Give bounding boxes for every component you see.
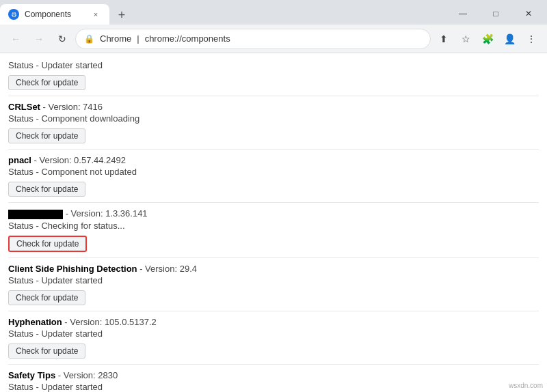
security-icon: 🔒: [84, 34, 94, 44]
watermark: wsxdn.com: [509, 382, 543, 389]
nav-actions: ⬆ ☆ 🧩 👤 ⋮: [433, 29, 542, 49]
share-button[interactable]: ⬆: [433, 29, 454, 49]
component-name: Client Side Phishing Detection: [8, 264, 137, 274]
tab-title: Components: [25, 10, 71, 19]
check-update-button[interactable]: Check for update: [8, 236, 87, 252]
url-separator: |: [137, 33, 139, 44]
component-status: Status - Updater started: [8, 382, 539, 392]
menu-button[interactable]: ⋮: [521, 29, 542, 49]
tab-strip: Components × +: [0, 0, 131, 25]
component-item: CRLSet - Version: 7416 Status - Componen…: [8, 96, 539, 150]
component-header: Client Side Phishing Detection - Version…: [8, 264, 539, 274]
minimize-button[interactable]: —: [447, 4, 479, 23]
back-button[interactable]: ←: [5, 29, 26, 49]
address-bar[interactable]: 🔒 Chrome | chrome://components: [75, 29, 431, 49]
redacted-name: [8, 210, 63, 219]
component-version: - Version: 7416: [43, 102, 103, 112]
window-controls: — □ ✕: [447, 0, 547, 23]
component-status: Status - Component downloading: [8, 113, 539, 124]
component-item: pnacl - Version: 0.57.44.2492 Status - C…: [8, 150, 539, 203]
component-name: pnacl: [8, 155, 31, 165]
check-update-button[interactable]: Check for update: [8, 75, 85, 90]
component-item: Safety Tips - Version: 2830 Status - Upd…: [8, 365, 539, 392]
component-version: - Version: 2830: [58, 370, 118, 380]
check-update-button[interactable]: Check for update: [8, 182, 85, 197]
component-name: Safety Tips: [8, 370, 55, 380]
page-content: Status - Updater started Check for updat…: [0, 53, 547, 392]
new-tab-button[interactable]: +: [112, 5, 131, 25]
check-update-button[interactable]: Check for update: [8, 290, 85, 305]
component-header: pnacl - Version: 0.57.44.2492: [8, 155, 539, 165]
tab-close-button[interactable]: ×: [90, 9, 101, 20]
url-text: chrome://components: [145, 33, 230, 44]
profile-button[interactable]: 👤: [499, 29, 520, 49]
component-version: - Version: 29.4: [139, 264, 197, 274]
url-scheme: Chrome: [100, 33, 131, 44]
component-status: Status - Updater started: [8, 328, 539, 339]
component-status: Status - Updater started: [8, 60, 539, 70]
check-update-button[interactable]: Check for update: [8, 344, 85, 359]
title-bar: Components × + — □ ✕: [0, 0, 547, 25]
component-item: Client Side Phishing Detection - Version…: [8, 258, 539, 311]
component-header: - Version: 1.3.36.141: [8, 208, 539, 219]
component-header: CRLSet - Version: 7416: [8, 102, 539, 112]
component-name: CRLSet: [8, 102, 40, 112]
bookmark-button[interactable]: ☆: [455, 29, 476, 49]
component-version: - Version: 105.0.5137.2: [64, 317, 156, 327]
check-update-button[interactable]: Check for update: [8, 128, 85, 143]
maximize-button[interactable]: □: [480, 4, 511, 23]
refresh-button[interactable]: ↻: [52, 29, 72, 49]
active-tab[interactable]: Components ×: [0, 4, 109, 25]
component-item: Status - Updater started Check for updat…: [8, 53, 539, 96]
forward-button[interactable]: →: [29, 29, 49, 49]
component-header: Hyphenation - Version: 105.0.5137.2: [8, 317, 539, 327]
component-status: Status - Checking for status...: [8, 221, 539, 231]
component-item: Hyphenation - Version: 105.0.5137.2 Stat…: [8, 311, 539, 365]
close-window-button[interactable]: ✕: [513, 4, 544, 23]
component-version: - Version: 1.3.36.141: [66, 208, 148, 219]
navigation-bar: ← → ↻ 🔒 Chrome | chrome://components ⬆ ☆…: [0, 25, 547, 53]
extension-button[interactable]: 🧩: [477, 29, 498, 49]
component-status: Status - Component not updated: [8, 167, 539, 177]
component-item: - Version: 1.3.36.141 Status - Checking …: [8, 203, 539, 258]
component-header: Safety Tips - Version: 2830: [8, 370, 539, 380]
component-name: Hyphenation: [8, 317, 62, 327]
component-version: - Version: 0.57.44.2492: [34, 155, 126, 165]
tab-favicon: [8, 9, 19, 20]
component-status: Status - Updater started: [8, 275, 539, 285]
